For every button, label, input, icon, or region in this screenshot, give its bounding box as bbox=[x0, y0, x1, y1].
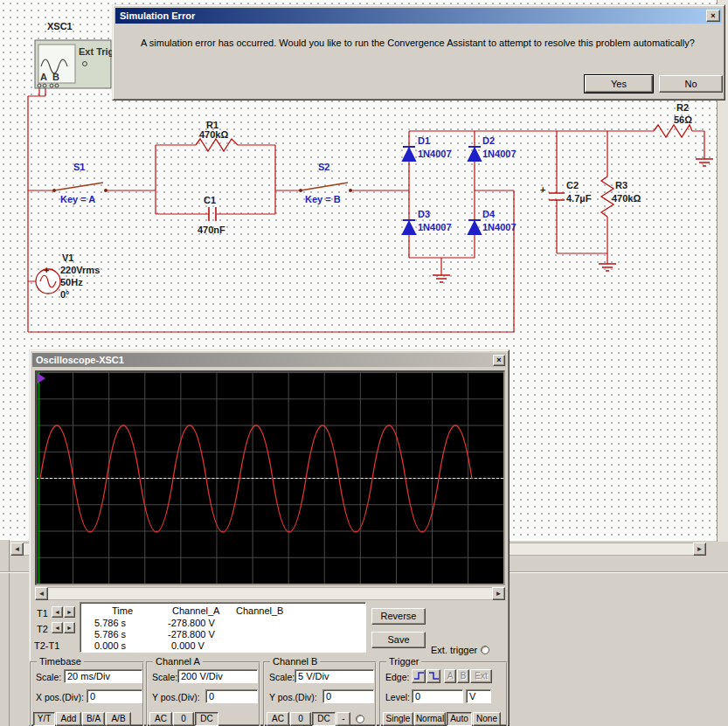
channel-a-ypos-label: Y pos.(Div): bbox=[152, 692, 200, 702]
trigger-single-button[interactable]: Single bbox=[383, 712, 413, 726]
capacitor-symbols[interactable] bbox=[209, 193, 565, 221]
t1-label: T1 bbox=[37, 608, 48, 619]
scope-scrollbar[interactable] bbox=[35, 587, 505, 600]
wire-net[interactable] bbox=[28, 86, 704, 332]
s2-key: Key = B bbox=[305, 194, 341, 204]
dt-a: 0.000 V bbox=[171, 640, 205, 651]
trigger-level-input[interactable] bbox=[412, 689, 463, 703]
channel-b-group: Channel B Scale: Y pos.(Div): AC 0 DC - bbox=[263, 661, 377, 726]
cursor-marker-icon[interactable] bbox=[38, 373, 45, 384]
cursor-line[interactable] bbox=[38, 372, 39, 584]
yt-mode-button[interactable]: Y/T bbox=[33, 712, 55, 726]
c1-val: 470nF bbox=[198, 225, 225, 235]
dialog-message: A simulation error has occurred. Would y… bbox=[141, 37, 711, 49]
timebase-scale-input[interactable] bbox=[64, 669, 142, 683]
r3-ref: R3 bbox=[615, 180, 627, 190]
scroll-left-icon[interactable]: ◄ bbox=[10, 543, 24, 556]
source-v1[interactable]: + bbox=[36, 265, 60, 294]
scope-scroll-left-icon[interactable]: ◄ bbox=[35, 587, 48, 600]
oscilloscope-title: Oscilloscope-XSC1 bbox=[36, 355, 124, 365]
xpos-label: X pos.(Div): bbox=[36, 692, 84, 702]
trigger-a-button[interactable]: A bbox=[444, 669, 456, 683]
ext-trigger-radio[interactable] bbox=[481, 646, 489, 654]
t2-left-icon[interactable]: ◄ bbox=[52, 622, 63, 633]
s2-ref: S2 bbox=[318, 162, 329, 172]
ba-mode-button[interactable]: B/A bbox=[82, 712, 105, 726]
trigger-title: Trigger bbox=[386, 656, 421, 667]
trigger-group: Trigger Edge: A B Ext Level: V Single No… bbox=[379, 661, 508, 726]
close-icon[interactable]: × bbox=[493, 355, 505, 366]
reverse-button[interactable]: Reverse bbox=[371, 608, 426, 625]
trigger-unit-select[interactable]: V bbox=[466, 689, 491, 703]
d3-val: 1N4007 bbox=[418, 222, 452, 232]
s1-ref: S1 bbox=[73, 162, 85, 172]
ab-mode-button[interactable]: A/B bbox=[106, 712, 131, 726]
scroll-right-icon[interactable]: ► bbox=[693, 543, 706, 556]
trigger-none-button[interactable]: None bbox=[473, 712, 501, 726]
col-channel-a: Channel_A bbox=[172, 605, 219, 616]
t1-a: -278.800 V bbox=[168, 618, 215, 628]
v1-l2: 50Hz bbox=[60, 277, 83, 287]
channel-b-title: Channel B bbox=[270, 656, 320, 667]
t2-right-icon[interactable]: ► bbox=[64, 622, 75, 633]
no-button[interactable]: No bbox=[659, 75, 723, 93]
channel-a-title: Channel A bbox=[153, 656, 203, 667]
channel-a-ypos-input[interactable] bbox=[205, 689, 258, 703]
channel-b-dc-button[interactable]: DC bbox=[312, 712, 336, 726]
oscilloscope-window: Oscilloscope-XSC1 × ◄ ► T1 ◄ ► T2 ◄ ► T2… bbox=[29, 349, 510, 726]
trigger-auto-button[interactable]: Auto bbox=[447, 712, 472, 726]
multisim-app: + Ext Trig A B XSC1 R1 470kΩ C1 470nF S1 bbox=[0, 0, 728, 726]
channel-b-ypos-input[interactable] bbox=[322, 689, 374, 703]
scope-scroll-right-icon[interactable]: ► bbox=[492, 587, 505, 600]
t1-left-icon[interactable]: ◄ bbox=[52, 606, 63, 618]
col-channel-b: Channel_B bbox=[236, 605, 283, 616]
xpos-input[interactable] bbox=[87, 689, 142, 703]
channel-a-zero-button[interactable]: 0 bbox=[173, 712, 194, 726]
timebase-title: Timebase bbox=[37, 656, 84, 667]
channel-b-zero-button[interactable]: 0 bbox=[290, 712, 311, 726]
diode-symbols[interactable] bbox=[403, 147, 481, 234]
xsc1-ref: XSC1 bbox=[47, 21, 73, 31]
falling-edge-icon[interactable] bbox=[426, 669, 440, 683]
r2-ref: R2 bbox=[676, 102, 689, 113]
oscilloscope-titlebar[interactable]: Oscilloscope-XSC1 × bbox=[32, 353, 506, 367]
channel-a-scale-input[interactable] bbox=[177, 669, 258, 683]
channel-a-trace bbox=[40, 425, 472, 532]
channel-b-minus-button[interactable]: - bbox=[336, 712, 350, 726]
scope-screen bbox=[35, 370, 505, 585]
terminal-b-label: B bbox=[52, 72, 59, 82]
dialog-close-icon[interactable]: × bbox=[706, 10, 720, 22]
radio-icon[interactable] bbox=[356, 715, 364, 723]
add-mode-button[interactable]: Add bbox=[56, 712, 81, 726]
trigger-normal-button[interactable]: Normal bbox=[414, 712, 446, 726]
dialog-titlebar[interactable]: Simulation Error × bbox=[115, 8, 722, 24]
d2-val: 1N4007 bbox=[482, 149, 517, 159]
trigger-ext-button[interactable]: Ext bbox=[470, 669, 492, 683]
rising-edge-icon[interactable] bbox=[412, 669, 426, 683]
channel-a-ac-button[interactable]: AC bbox=[149, 712, 172, 726]
save-button[interactable]: Save bbox=[371, 632, 426, 648]
diode-d2 bbox=[468, 147, 481, 161]
channel-b-scale-input[interactable] bbox=[295, 669, 374, 683]
timebase-group: Timebase Scale: X pos.(Div): Y/T Add B/A… bbox=[30, 661, 144, 726]
yes-button[interactable]: Yes bbox=[585, 75, 653, 93]
switch-symbols[interactable] bbox=[52, 183, 352, 192]
r3-val: 470kΩ bbox=[612, 193, 641, 204]
v1-l1: 220Vrms bbox=[60, 265, 100, 275]
channel-b-ypos-label: Y pos.(Div): bbox=[269, 692, 317, 702]
trigger-b-button[interactable]: B bbox=[457, 669, 469, 683]
t1-right-icon[interactable]: ► bbox=[64, 606, 75, 618]
v1-plus: + bbox=[44, 265, 49, 275]
channel-a-scale-label: Scale: bbox=[152, 672, 177, 682]
diode-d4 bbox=[468, 220, 481, 234]
d4-val: 1N4007 bbox=[482, 222, 517, 232]
d4-ref: D4 bbox=[482, 209, 496, 219]
t1-time: 5.786 s bbox=[94, 618, 126, 628]
switch-s2-lever bbox=[301, 183, 348, 190]
channel-a-dc-button[interactable]: DC bbox=[195, 712, 218, 726]
channel-b-ac-button[interactable]: AC bbox=[267, 712, 289, 726]
oscilloscope-instrument-icon[interactable]: Ext Trig A B bbox=[35, 40, 114, 88]
terminal-a-label: A bbox=[40, 72, 47, 82]
s1-key: Key = A bbox=[60, 194, 95, 204]
t2-label: T2 bbox=[37, 624, 48, 634]
